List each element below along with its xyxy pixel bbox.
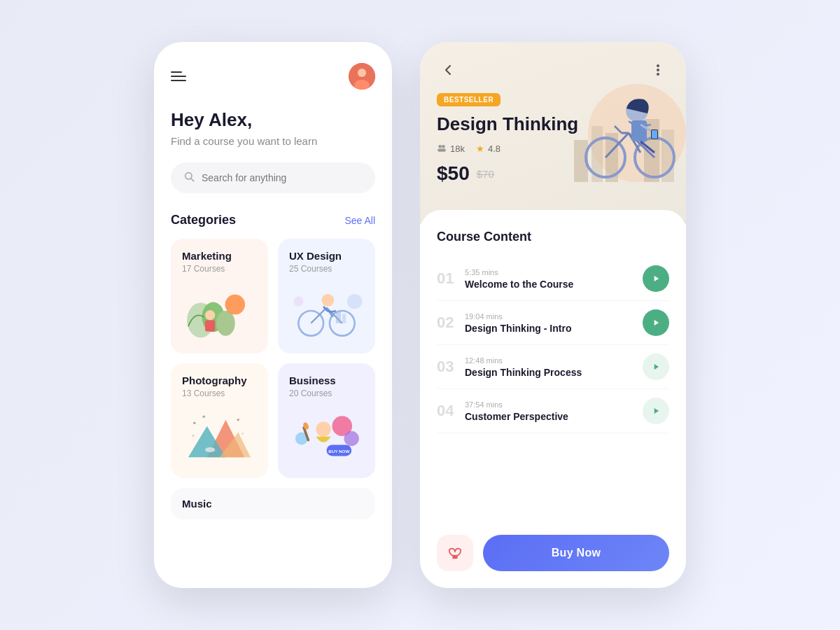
category-count: 13 Courses: [182, 388, 257, 398]
svg-text:BUY NOW: BUY NOW: [328, 449, 349, 454]
lesson-name-3: Design Thinking Process: [465, 367, 643, 378]
lesson-info-3: 12:48 mins Design Thinking Process: [465, 356, 643, 378]
category-name: UX Design: [289, 250, 364, 262]
svg-point-24: [193, 421, 196, 424]
lesson-item-2[interactable]: 02 19:04 mins Design Thinking - Intro: [437, 301, 669, 345]
app-container: Hey Alex, Find a course you want to lear…: [154, 42, 686, 588]
play-button-4[interactable]: [643, 398, 669, 424]
avatar[interactable]: [349, 63, 375, 90]
categories-grid: Marketing 17 Courses: [171, 239, 375, 478]
svg-marker-63: [654, 364, 659, 370]
svg-point-7: [216, 311, 235, 336]
svg-point-18: [293, 296, 303, 306]
category-name: Business: [289, 374, 364, 386]
svg-point-30: [316, 421, 330, 436]
lesson-item-1[interactable]: 01 5:35 mins Welcome to the Course: [437, 257, 669, 301]
rating-meta: ★ 4.8: [476, 144, 500, 154]
svg-point-1: [358, 69, 366, 77]
svg-point-27: [205, 447, 215, 452]
svg-marker-64: [654, 408, 659, 414]
category-card-business[interactable]: Business 20 Courses: [278, 363, 375, 478]
svg-text:+: +: [191, 433, 195, 440]
lesson-info-2: 19:04 mins Design Thinking - Intro: [465, 312, 643, 334]
lesson-duration-1: 5:35 mins: [465, 268, 643, 276]
play-button-1[interactable]: [643, 265, 669, 292]
category-card-ux-design[interactable]: UX Design 25 Courses: [278, 239, 375, 354]
lesson-info-4: 37:54 mins Customer Perspective: [465, 400, 643, 422]
lesson-duration-4: 37:54 mins: [465, 400, 643, 409]
bestseller-badge: BESTSELLER: [437, 93, 500, 106]
lesson-number-1: 01: [437, 270, 465, 288]
lesson-name-1: Welcome to the Course: [465, 279, 643, 290]
see-all-button[interactable]: See All: [344, 215, 375, 226]
svg-rect-19: [336, 311, 341, 323]
phone-left: Hey Alex, Find a course you want to lear…: [154, 42, 392, 588]
svg-point-39: [442, 145, 445, 148]
lesson-number-4: 04: [437, 402, 465, 420]
category-illustration-business: BUY NOW: [289, 404, 364, 467]
buy-now-button[interactable]: Buy Now: [483, 535, 669, 571]
category-illustration-ux: [289, 279, 364, 342]
svg-point-25: [202, 415, 205, 418]
play-button-2[interactable]: [643, 309, 669, 336]
lesson-item-4[interactable]: 04 37:54 mins Customer Perspective: [437, 389, 669, 433]
search-bar[interactable]: [171, 162, 375, 193]
svg-point-17: [347, 294, 362, 309]
students-count: 18k: [450, 144, 465, 154]
category-name: Marketing: [182, 250, 257, 262]
svg-rect-65: [452, 555, 457, 559]
phone-right: BESTSELLER Design Thinking 18k: [420, 42, 686, 588]
svg-point-41: [441, 148, 446, 152]
lesson-item-3[interactable]: 03 12:48 mins Design Thinking Process: [437, 345, 669, 389]
svg-rect-20: [342, 314, 346, 323]
course-footer: Buy Now: [420, 524, 686, 588]
category-card-marketing[interactable]: Marketing 17 Courses: [171, 239, 268, 354]
menu-icon[interactable]: [171, 71, 186, 81]
star-icon: ★: [476, 144, 484, 154]
music-peek-card[interactable]: Music: [171, 488, 375, 519]
lesson-number-3: 03: [437, 358, 465, 376]
lesson-list: 01 5:35 mins Welcome to the Course 02 19…: [437, 257, 669, 433]
category-card-photography[interactable]: Photography 13 Courses: [171, 363, 268, 478]
lesson-number-2: 02: [437, 314, 465, 332]
lesson-duration-2: 19:04 mins: [465, 312, 643, 321]
svg-marker-61: [654, 276, 659, 281]
course-content-section: Course Content 01 5:35 mins Welcome to t…: [420, 210, 686, 524]
category-count: 20 Courses: [289, 388, 364, 398]
svg-text:+: +: [241, 431, 244, 437]
phone-header: [171, 63, 375, 90]
category-count: 17 Courses: [182, 264, 257, 274]
lesson-info-1: 5:35 mins Welcome to the Course: [465, 268, 643, 290]
svg-rect-10: [205, 320, 215, 331]
music-label: Music: [182, 498, 212, 510]
back-button[interactable]: [437, 59, 459, 81]
students-meta: 18k: [437, 144, 465, 154]
svg-point-8: [225, 295, 246, 315]
greeting-title: Hey Alex,: [171, 109, 375, 131]
svg-line-4: [191, 178, 194, 181]
svg-point-32: [344, 431, 358, 446]
students-icon: [437, 144, 447, 154]
price-current: $50: [437, 162, 470, 185]
category-name: Photography: [182, 374, 257, 386]
svg-rect-56: [631, 120, 647, 141]
play-button-3[interactable]: [643, 354, 669, 380]
categories-section-header: Categories See All: [171, 213, 375, 227]
course-hero: BESTSELLER Design Thinking 18k: [420, 42, 686, 224]
svg-rect-60: [652, 130, 657, 139]
wishlist-button[interactable]: [437, 535, 473, 571]
category-count: 25 Courses: [289, 264, 364, 274]
svg-marker-62: [654, 320, 659, 326]
search-input[interactable]: [202, 172, 363, 183]
svg-point-26: [237, 419, 239, 421]
greeting-subtitle: Find a course you want to learn: [171, 135, 375, 147]
lesson-name-2: Design Thinking - Intro: [465, 323, 643, 334]
svg-line-13: [311, 308, 326, 323]
svg-point-16: [321, 294, 334, 307]
search-icon: [183, 171, 195, 185]
categories-title: Categories: [171, 213, 236, 227]
rating-value: 4.8: [488, 144, 500, 154]
lesson-duration-3: 12:48 mins: [465, 356, 643, 365]
svg-point-9: [205, 310, 215, 320]
svg-point-38: [438, 145, 442, 148]
